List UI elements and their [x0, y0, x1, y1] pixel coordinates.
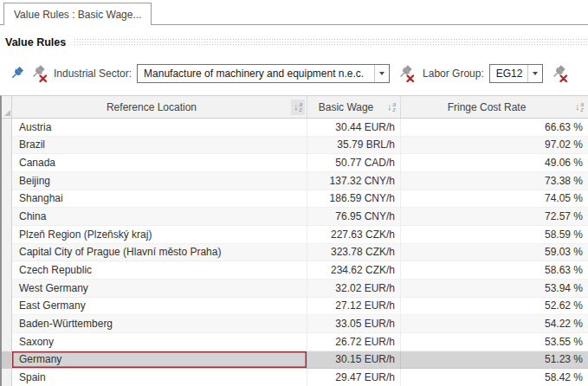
cell-basic-wage[interactable]: 33.05 EUR/h [307, 315, 401, 333]
table-row[interactable]: Czech Republic 234.62 CZK/h 58.63 % [2, 261, 588, 280]
column-header-reference-location[interactable]: Reference Location ↓ az [12, 96, 307, 118]
cell-reference-location[interactable]: Canada [12, 154, 307, 172]
table-row[interactable]: Plzeň Region (Plzeňský kraj) 227.63 CZK/… [2, 226, 588, 244]
cell-basic-wage[interactable]: 30.15 EUR/h [307, 351, 401, 370]
table-row[interactable]: East Germany 27.12 EUR/h 52.62 % [2, 298, 588, 316]
row-header[interactable] [2, 137, 12, 155]
table-row[interactable]: Saxony 26.72 EUR/h 53.55 % [2, 333, 588, 351]
row-header[interactable] [2, 119, 12, 137]
cell-fringe-cost-rate[interactable]: 53.55 % [401, 333, 588, 351]
cell-fringe-cost-rate[interactable]: 49.06 % [401, 154, 588, 172]
row-header[interactable] [2, 226, 12, 244]
column-header-basic-wage[interactable]: Basic Wage ↓ az [307, 96, 401, 118]
row-header[interactable] [2, 190, 12, 209]
table-row[interactable]: Shanghai 186.59 CNY/h 74.05 % [2, 190, 588, 209]
row-header[interactable] [2, 280, 12, 298]
cell-basic-wage[interactable]: 234.62 CZK/h [307, 261, 401, 280]
labor-group-value: EG12 [490, 65, 527, 82]
grid-corner-cell[interactable] [2, 96, 12, 118]
cell-fringe-cost-rate[interactable]: 58.42 % [401, 369, 588, 386]
labor-group-dropdown-button[interactable] [527, 65, 542, 82]
row-header[interactable] [2, 208, 12, 226]
industrial-sector-combobox[interactable]: Manufacture of machinery and equipment n… [137, 64, 390, 83]
cell-reference-location[interactable]: Austria [12, 119, 307, 137]
cell-reference-location[interactable]: Czech Republic [12, 261, 307, 280]
table-row[interactable]: China 76.95 CNY/h 72.57 % [2, 208, 588, 226]
cell-fringe-cost-rate[interactable]: 51.23 % [401, 351, 588, 370]
row-header[interactable] [2, 154, 12, 172]
cell-reference-location[interactable]: West Germany [12, 280, 307, 298]
cell-reference-location[interactable]: Spain [12, 369, 307, 386]
clear-labor-group-filter-button[interactable] [550, 64, 569, 83]
cell-basic-wage[interactable]: 186.59 CNY/h [307, 190, 401, 209]
cell-basic-wage[interactable]: 323.78 CZK/h [307, 244, 401, 262]
cell-basic-wage[interactable]: 50.77 CAD/h [307, 154, 401, 172]
cell-basic-wage[interactable]: 27.12 EUR/h [307, 298, 401, 316]
cell-fringe-cost-rate[interactable]: 54.22 % [401, 315, 588, 333]
table-row[interactable]: Beijing 137.32 CNY/h 73.38 % [2, 172, 588, 190]
row-header[interactable] [2, 298, 12, 316]
cell-basic-wage[interactable]: 227.63 CZK/h [307, 226, 401, 244]
table-row[interactable]: Baden-Württemberg 33.05 EUR/h 54.22 % [2, 315, 588, 333]
row-header[interactable] [2, 369, 12, 386]
cell-fringe-cost-rate[interactable]: 59.03 % [401, 244, 588, 262]
clear-pin-filter-button[interactable] [29, 64, 48, 83]
cell-fringe-cost-rate[interactable]: 53.94 % [401, 280, 588, 298]
cell-reference-location[interactable]: Capital City of Prague (Hlavní město Pra… [12, 244, 307, 262]
sort-ascending-icon[interactable]: ↓ az [291, 100, 305, 115]
cell-basic-wage[interactable]: 26.72 EUR/h [307, 333, 401, 351]
row-header[interactable] [2, 351, 12, 370]
cell-reference-location[interactable]: Brazil [12, 137, 307, 155]
cell-reference-location[interactable]: Plzeň Region (Plzeňský kraj) [12, 226, 307, 244]
row-header[interactable] [2, 172, 12, 190]
cell-basic-wage[interactable]: 137.32 CNY/h [307, 172, 401, 190]
row-header[interactable] [2, 315, 12, 333]
cell-fringe-cost-rate[interactable]: 52.62 % [401, 298, 588, 316]
cell-reference-location[interactable]: East Germany [12, 298, 307, 316]
cell-basic-wage[interactable]: 35.79 BRL/h [307, 137, 401, 155]
sort-ascending-icon[interactable]: ↓ az [384, 100, 398, 115]
row-header[interactable] [2, 244, 12, 262]
clear-industrial-sector-filter-button[interactable] [397, 64, 416, 83]
row-header[interactable] [2, 261, 12, 280]
cell-fringe-cost-rate[interactable]: 72.57 % [401, 208, 588, 226]
pin-filter-button[interactable] [7, 64, 26, 83]
cell-reference-location[interactable]: Beijing [12, 172, 307, 190]
table-row[interactable]: Austria 30.44 EUR/h 66.63 % [2, 119, 588, 137]
column-header-fringe-cost-rate[interactable]: Fringe Cost Rate ↓ az [401, 96, 588, 118]
table-row[interactable]: Germany 30.15 EUR/h 51.23 % [2, 351, 588, 370]
cell-fringe-cost-rate[interactable]: 73.38 % [401, 172, 588, 190]
grid-header-row: Reference Location ↓ az Basic Wage ↓ az … [2, 96, 588, 119]
cell-reference-location[interactable]: Germany [12, 351, 307, 370]
cell-reference-location[interactable]: Saxony [12, 333, 307, 351]
cell-basic-wage[interactable]: 29.47 EUR/h [307, 369, 401, 386]
cell-basic-wage[interactable]: 76.95 CNY/h [307, 208, 401, 226]
row-header[interactable] [2, 333, 12, 351]
cell-basic-wage[interactable]: 32.02 EUR/h [307, 280, 401, 298]
cell-basic-wage[interactable]: 30.44 EUR/h [307, 119, 401, 137]
section-header: Value Rules [0, 35, 588, 49]
pushpin-clear-icon [551, 65, 568, 82]
cell-reference-location[interactable]: Shanghai [12, 190, 307, 209]
table-row[interactable]: West Germany 32.02 EUR/h 53.94 % [2, 280, 588, 298]
industrial-sector-dropdown-button[interactable] [374, 65, 389, 82]
cell-fringe-cost-rate[interactable]: 58.63 % [401, 261, 588, 280]
cell-reference-location[interactable]: China [12, 208, 307, 226]
labor-group-combobox[interactable]: EG12 [489, 64, 543, 83]
labor-group-label: Labor Group: [423, 68, 484, 80]
tab-value-rules-basic-wage[interactable]: Value Rules : Basic Wage... [3, 3, 152, 25]
cell-fringe-cost-rate[interactable]: 66.63 % [401, 119, 588, 137]
table-row[interactable]: Canada 50.77 CAD/h 49.06 % [2, 154, 588, 172]
tab-title: Value Rules : Basic Wage... [14, 9, 141, 21]
cell-fringe-cost-rate[interactable]: 97.02 % [401, 137, 588, 155]
pushpin-clear-icon [30, 65, 48, 82]
cell-fringe-cost-rate[interactable]: 74.05 % [401, 190, 588, 209]
cell-fringe-cost-rate[interactable]: 58.59 % [401, 226, 588, 244]
sort-ascending-icon[interactable]: ↓ az [572, 100, 586, 115]
table-row[interactable]: Spain 29.47 EUR/h 58.42 % [2, 369, 588, 386]
filter-toolbar: Industrial Sector: Manufacture of machin… [0, 62, 588, 85]
cell-reference-location[interactable]: Baden-Württemberg [12, 315, 307, 333]
document-tabstrip: Value Rules : Basic Wage... [0, 0, 588, 25]
table-row[interactable]: Brazil 35.79 BRL/h 97.02 % [2, 137, 588, 155]
table-row[interactable]: Capital City of Prague (Hlavní město Pra… [2, 244, 588, 262]
